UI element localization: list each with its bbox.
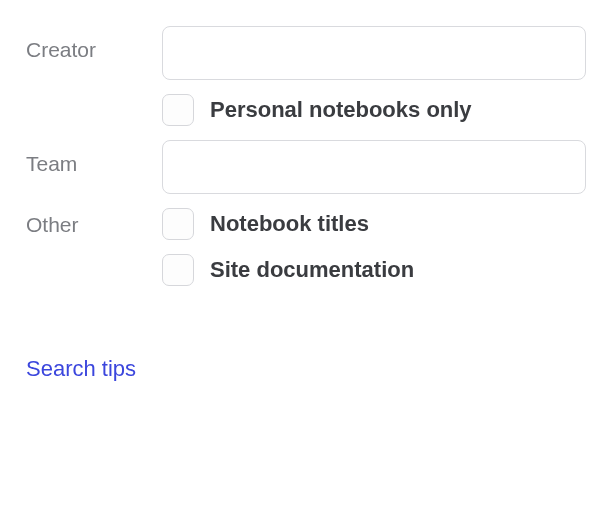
creator-input-col: Personal notebooks only: [162, 26, 586, 126]
site-documentation-checkbox[interactable]: [162, 254, 194, 286]
team-label-col: Team: [26, 140, 162, 176]
personal-notebooks-checkbox[interactable]: [162, 94, 194, 126]
team-input[interactable]: [162, 140, 586, 194]
notebook-titles-row: Notebook titles: [162, 208, 586, 240]
personal-notebooks-label[interactable]: Personal notebooks only: [210, 97, 472, 123]
notebook-titles-checkbox[interactable]: [162, 208, 194, 240]
other-row: Other Notebook titles Site documentation: [26, 208, 586, 286]
other-label: Other: [26, 213, 79, 236]
team-row: Team: [26, 140, 586, 194]
search-tips-link[interactable]: Search tips: [26, 356, 136, 381]
creator-input[interactable]: [162, 26, 586, 80]
personal-notebooks-row: Personal notebooks only: [162, 94, 586, 126]
other-input-col: Notebook titles Site documentation: [162, 208, 586, 286]
creator-label: Creator: [26, 38, 96, 61]
site-documentation-row: Site documentation: [162, 254, 586, 286]
creator-label-col: Creator: [26, 26, 162, 62]
creator-row: Creator Personal notebooks only: [26, 26, 586, 126]
site-documentation-label[interactable]: Site documentation: [210, 257, 414, 283]
team-input-col: [162, 140, 586, 194]
team-label: Team: [26, 152, 77, 175]
search-filter-form: Creator Personal notebooks only Team Oth…: [26, 26, 586, 382]
notebook-titles-label[interactable]: Notebook titles: [210, 211, 369, 237]
other-label-col: Other: [26, 208, 162, 237]
footer: Search tips: [26, 356, 586, 382]
